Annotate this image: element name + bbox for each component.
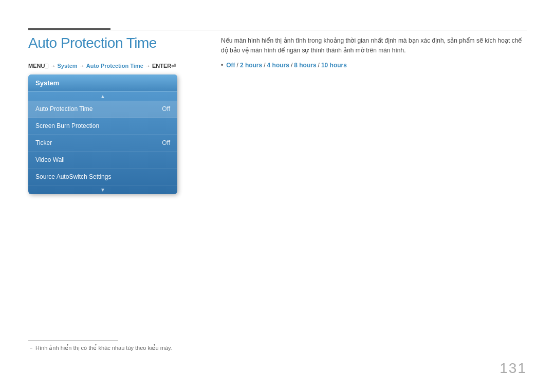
options-list: • Off / 2 hours / 4 hours / 8 hours / 10… (221, 62, 527, 69)
description-text: Nếu màn hình hiển thị ảnh tĩnh trong kho… (221, 36, 527, 55)
option-off: Off (226, 62, 235, 69)
scroll-up-indicator: ▲ (28, 92, 177, 101)
top-rule (28, 30, 527, 30)
menu-item-label: Screen Burn Protection (35, 122, 99, 129)
menu-item-auto-protection[interactable]: Auto Protection Time Off (28, 101, 177, 118)
menu-item-label: Source AutoSwitch Settings (35, 173, 111, 180)
breadcrumb: MENU⎕ → System → Auto Protection Time → … (28, 63, 176, 69)
breadcrumb-arrow1: → (50, 63, 57, 69)
footer-note: Hình ảnh hiển thị có thể khác nhau tùy t… (28, 344, 172, 352)
scroll-down-indicator: ▼ (28, 185, 177, 194)
separator-1: / (237, 62, 238, 69)
page-title: Auto Protection Time (28, 35, 157, 51)
system-panel: System ▲ Auto Protection Time Off Screen… (28, 74, 177, 194)
description-area: Nếu màn hình hiển thị ảnh tĩnh trong kho… (221, 36, 527, 69)
menu-item-label: Video Wall (35, 156, 65, 163)
panel-header: System (28, 74, 177, 92)
option-4hours: 4 hours (267, 62, 289, 69)
separator-4: / (318, 62, 320, 69)
breadcrumb-arrow3: → (145, 63, 152, 69)
breadcrumb-enter: ENTER (152, 63, 171, 69)
menu-item-label: Auto Protection Time (35, 105, 92, 113)
separator-2: / (264, 62, 265, 69)
menu-item-screen-burn[interactable]: Screen Burn Protection (28, 118, 177, 135)
menu-item-video-wall[interactable]: Video Wall (28, 152, 177, 169)
page-number: 131 (499, 360, 527, 377)
bullet: • (221, 62, 223, 69)
option-10hours: 10 hours (321, 62, 347, 69)
breadcrumb-current: Auto Protection Time (86, 63, 143, 69)
option-8hours: 8 hours (294, 62, 316, 69)
menu-item-value: Off (162, 139, 170, 146)
menu-item-label: Ticker (35, 139, 52, 146)
breadcrumb-symbol: ⎕ (45, 63, 48, 69)
breadcrumb-system: System (58, 63, 78, 69)
breadcrumb-enter-symbol: ⏎ (171, 63, 176, 69)
option-2hours: 2 hours (240, 62, 262, 69)
breadcrumb-arrow2: → (79, 63, 86, 69)
menu-item-ticker[interactable]: Ticker Off (28, 135, 177, 152)
separator-3: / (291, 62, 292, 69)
breadcrumb-menu: MENU (28, 63, 45, 69)
menu-item-value: Off (162, 105, 170, 113)
footer-divider (28, 340, 118, 341)
menu-item-source-autoswitch[interactable]: Source AutoSwitch Settings (28, 169, 177, 185)
